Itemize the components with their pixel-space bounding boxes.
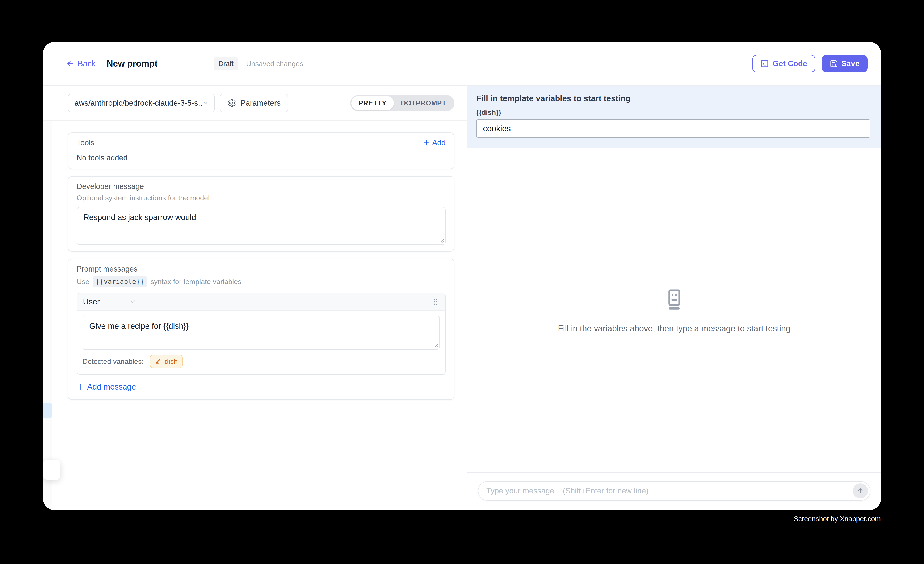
chat-footer — [468, 472, 881, 510]
pencil-icon — [155, 358, 162, 365]
plus-icon — [76, 383, 85, 391]
arrow-up-icon — [856, 487, 864, 495]
add-tool-label: Add — [432, 138, 446, 147]
message-header: User — [77, 293, 445, 311]
watermark-text: Screenshot by Xnapper.com — [794, 515, 881, 523]
developer-message-textarea[interactable]: Respond as jack sparrow would — [76, 207, 446, 245]
send-button[interactable] — [853, 483, 868, 498]
unsaved-changes-text: Unsaved changes — [246, 60, 303, 68]
tools-card: Tools Add No tools added — [68, 132, 454, 169]
variables-section-title: Fill in template variables to start test… — [476, 94, 870, 103]
detected-variables-label: Detected variables: — [82, 357, 144, 366]
status-badge: Draft — [214, 57, 238, 70]
prompt-editor-pane: aws/anthropic/bedrock-claude-3-5-s... Pa… — [43, 86, 467, 510]
back-button[interactable]: Back — [66, 59, 96, 68]
message-block: User Give me a recipe for {{dish}} — [76, 293, 446, 375]
message-role-select[interactable]: User — [83, 297, 136, 306]
add-tool-button[interactable]: Add — [423, 138, 446, 147]
page-title: New prompt — [106, 58, 158, 69]
bot-face-icon — [662, 287, 687, 312]
get-code-button[interactable]: Get Code — [752, 55, 815, 72]
model-select-value: aws/anthropic/bedrock-claude-3-5-s... — [75, 99, 202, 108]
variable-name-label: {{dish}} — [476, 108, 870, 117]
variable-syntax-chip: {{variable}} — [93, 276, 147, 287]
variable-badge-label: dish — [165, 357, 178, 366]
save-label: Save — [842, 59, 860, 68]
model-select[interactable]: aws/anthropic/bedrock-claude-3-5-s... — [68, 94, 215, 112]
no-tools-text: No tools added — [76, 153, 446, 162]
get-code-label: Get Code — [772, 59, 807, 68]
sidebar-active-item[interactable] — [43, 403, 52, 418]
chevron-down-icon — [100, 298, 136, 305]
editor-toolbar: aws/anthropic/bedrock-claude-3-5-s... Pa… — [43, 86, 466, 121]
collapsed-sidebar-sliver — [43, 121, 52, 510]
view-mode-toggle: PRETTY DOTPROMPT — [350, 95, 454, 111]
gear-icon — [227, 99, 236, 108]
detected-variables-row: Detected variables: dish — [77, 350, 445, 374]
drag-dots-icon[interactable] — [432, 297, 440, 306]
test-empty-state: Fill in the variables above, then type a… — [468, 148, 881, 472]
app-window: Back New prompt Draft Unsaved changes Ge… — [43, 42, 881, 510]
test-pane: Fill in template variables to start test… — [468, 86, 881, 510]
parameters-button[interactable]: Parameters — [220, 94, 288, 112]
add-message-label: Add message — [87, 382, 136, 392]
variable-value-input[interactable] — [476, 120, 870, 138]
arrow-left-icon — [66, 60, 74, 68]
developer-message-card: Developer message Optional system instru… — [68, 176, 454, 252]
prompt-messages-title: Prompt messages — [76, 265, 446, 273]
save-button[interactable]: Save — [822, 55, 867, 72]
chat-input-container — [478, 481, 870, 501]
chat-message-input[interactable] — [486, 486, 845, 495]
prompt-messages-card: Prompt messages Use {{variable}} syntax … — [68, 259, 454, 400]
subtitle-prefix: Use — [76, 278, 89, 286]
toggle-dotprompt[interactable]: DOTPROMPT — [394, 96, 453, 110]
editor-content: Tools Add No tools added Developer messa… — [43, 132, 466, 400]
plus-icon — [423, 139, 430, 147]
developer-message-subtitle: Optional system instructions for the mod… — [76, 194, 446, 202]
toggle-pretty[interactable]: PRETTY — [351, 96, 394, 110]
test-empty-text: Fill in the variables above, then type a… — [558, 324, 790, 333]
add-message-button[interactable]: Add message — [76, 382, 446, 392]
parameters-label: Parameters — [240, 99, 280, 108]
terminal-icon — [760, 59, 769, 68]
message-textarea[interactable]: Give me a recipe for {{dish}} — [82, 316, 440, 350]
message-role-value: User — [83, 297, 100, 306]
chevron-down-icon — [202, 100, 209, 106]
app-header: Back New prompt Draft Unsaved changes Ge… — [43, 42, 881, 86]
template-variables-section: Fill in template variables to start test… — [468, 86, 881, 148]
back-label: Back — [78, 59, 96, 68]
sidebar-popover — [43, 460, 60, 480]
developer-message-title: Developer message — [76, 182, 446, 191]
subtitle-suffix: syntax for template variables — [151, 278, 242, 286]
prompt-messages-subtitle: Use {{variable}} syntax for template var… — [76, 276, 446, 287]
floppy-disk-icon — [830, 59, 838, 68]
variable-badge-dish[interactable]: dish — [150, 355, 183, 368]
tools-title: Tools — [76, 138, 94, 147]
